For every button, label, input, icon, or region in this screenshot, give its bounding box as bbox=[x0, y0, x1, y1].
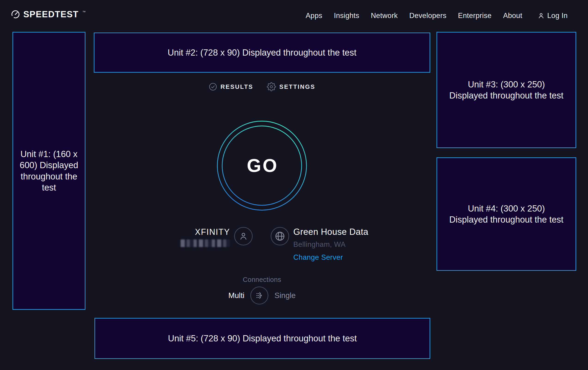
isp-redacted-text bbox=[181, 240, 230, 247]
ad-unit-4: Unit #4: (300 x 250) Displayed throughou… bbox=[437, 157, 576, 271]
tab-results[interactable]: RESULTS bbox=[209, 82, 253, 91]
isp-user-badge bbox=[234, 227, 253, 245]
user-icon bbox=[238, 231, 249, 241]
multi-connections-arrows-icon bbox=[254, 290, 265, 301]
server-name: Green House Data bbox=[293, 227, 368, 237]
nav-item-apps[interactable]: Apps bbox=[305, 11, 322, 20]
nav-item-about[interactable]: About bbox=[503, 11, 522, 20]
nav-item-login[interactable]: Log In bbox=[537, 11, 568, 20]
connections-single-label[interactable]: Single bbox=[274, 291, 296, 300]
globe-icon bbox=[275, 231, 285, 241]
nav-item-network[interactable]: Network bbox=[371, 11, 398, 20]
nav-item-enterprise[interactable]: Enterprise bbox=[458, 11, 492, 20]
change-server-link[interactable]: Change Server bbox=[293, 253, 368, 261]
nav-menu: Apps Insights Network Developers Enterpr… bbox=[305, 0, 568, 31]
ad-unit-3-label: Unit #3: (300 x 250) Displayed throughou… bbox=[448, 79, 565, 101]
check-circle-icon bbox=[209, 83, 217, 91]
gear-icon bbox=[267, 82, 276, 91]
connections-row: Multi Single bbox=[94, 287, 430, 304]
nav-item-developers[interactable]: Developers bbox=[409, 11, 446, 20]
ad-unit-1-label: Unit #1: (160 x 600) Displayed throughou… bbox=[19, 149, 79, 193]
ad-unit-1: Unit #1: (160 x 600) Displayed throughou… bbox=[12, 32, 85, 310]
ad-unit-3: Unit #3: (300 x 250) Displayed throughou… bbox=[437, 32, 576, 148]
server-location: Bellingham, WA bbox=[293, 240, 368, 249]
go-label: GO bbox=[216, 120, 308, 212]
user-icon bbox=[537, 12, 545, 19]
ad-unit-4-label: Unit #4: (300 x 250) Displayed throughou… bbox=[448, 203, 565, 225]
connections-label: Connections bbox=[94, 276, 430, 283]
tab-results-label: RESULTS bbox=[220, 83, 253, 90]
brand-logo[interactable]: SPEEDTEST™ bbox=[11, 10, 85, 19]
ad-unit-2-label: Unit #2: (728 x 90) Displayed throughout… bbox=[168, 47, 356, 58]
isp-block: XFINITY bbox=[181, 227, 253, 247]
tab-settings[interactable]: SETTINGS bbox=[267, 82, 315, 91]
login-label: Log In bbox=[547, 11, 568, 20]
isp-name: XFINITY bbox=[195, 228, 230, 237]
server-block: Green House Data Bellingham, WA Change S… bbox=[271, 227, 368, 261]
ad-unit-2: Unit #2: (728 x 90) Displayed throughout… bbox=[94, 32, 430, 73]
trademark-symbol: ™ bbox=[82, 10, 85, 14]
connections-multi-label[interactable]: Multi bbox=[228, 291, 245, 300]
ad-unit-5: Unit #5: (728 x 90) Displayed throughout… bbox=[94, 318, 430, 359]
nav-item-insights[interactable]: Insights bbox=[334, 11, 359, 20]
speedtest-page: SPEEDTEST™ Apps Insights Network Develop… bbox=[0, 0, 588, 370]
connections-toggle[interactable] bbox=[250, 287, 268, 304]
ad-unit-5-label: Unit #5: (728 x 90) Displayed throughout… bbox=[168, 333, 357, 344]
tab-settings-label: SETTINGS bbox=[279, 83, 315, 90]
speedtest-gauge-icon bbox=[11, 10, 20, 19]
server-globe-badge bbox=[271, 227, 289, 245]
go-button[interactable]: GO bbox=[216, 120, 308, 212]
tab-bar: RESULTS SETTINGS bbox=[94, 82, 430, 91]
brand-wordmark: SPEEDTEST bbox=[23, 10, 79, 19]
top-nav: SPEEDTEST™ Apps Insights Network Develop… bbox=[0, 0, 588, 31]
